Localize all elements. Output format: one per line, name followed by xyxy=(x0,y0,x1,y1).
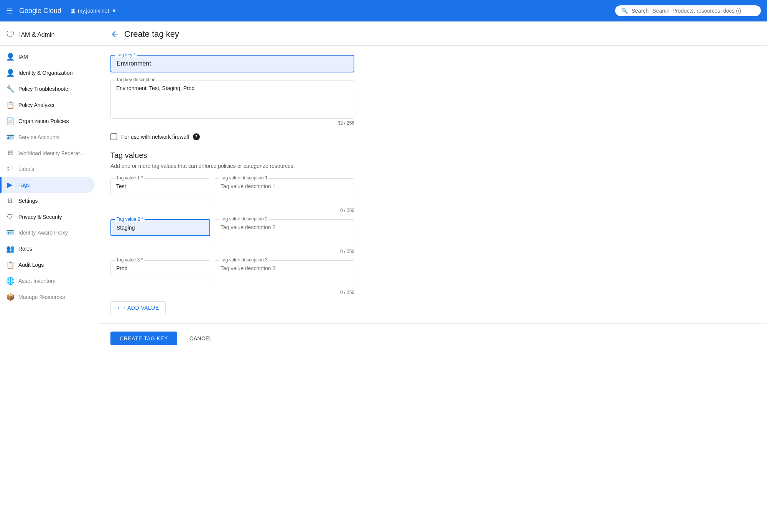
tag-value-desc-label-1: Tag value description 1 xyxy=(219,175,269,181)
tag-value-field-3: Tag value 3 * xyxy=(110,260,210,276)
sidebar-item-organization-policies[interactable]: 📄 Organization Policies xyxy=(0,113,95,129)
iam-icon: 👤 xyxy=(6,53,14,61)
tag-value-input-1[interactable] xyxy=(116,183,204,189)
tag-value-input-2[interactable] xyxy=(117,225,204,231)
main-content: Create tag key Tag key * Tag key descrip… xyxy=(98,21,767,532)
sidebar-item-label: Service Accounts xyxy=(18,134,59,140)
bottom-actions: CREATE TAG KEY CANCEL xyxy=(98,323,767,353)
org-policies-icon: 📄 xyxy=(6,117,14,125)
tag-value-3-char-count: 0 / 256 xyxy=(215,290,354,295)
sidebar-item-label: Organization Policies xyxy=(18,118,69,124)
sidebar-item-label: Identity-Aware Proxy xyxy=(18,230,68,236)
sidebar-item-settings[interactable]: ⚙ Settings xyxy=(0,193,95,209)
tag-desc-input[interactable]: Environment: Test, Staging, Prod xyxy=(116,85,349,113)
tag-value-row-2: Tag value 2 * Tag value description 2 0 … xyxy=(110,219,354,254)
tag-value-label-3: Tag value 3 * xyxy=(115,257,144,263)
tag-key-label: Tag key * xyxy=(115,52,137,57)
tag-key-input[interactable] xyxy=(117,60,348,67)
top-navigation: ☰ Google Cloud ▦ my.joonix.net ▼ 🔍 Searc… xyxy=(0,0,767,21)
sidebar-item-label: Policy Troubleshooter xyxy=(18,86,70,92)
tag-values-section-desc: Add one or more tag values that can enfo… xyxy=(110,163,354,169)
sidebar-item-iam[interactable]: 👤 IAM xyxy=(0,49,95,65)
page-header: Create tag key xyxy=(98,21,767,46)
sidebar-item-policy-troubleshooter[interactable]: 🔧 Policy Troubleshooter xyxy=(0,81,95,97)
tag-value-field-2: Tag value 2 * xyxy=(110,219,210,236)
tags-icon: ▶ xyxy=(6,181,14,189)
add-value-label: + ADD VALUE xyxy=(123,305,159,311)
tag-key-desc-field: Tag key description Environment: Test, S… xyxy=(110,80,354,126)
network-firewall-checkbox[interactable] xyxy=(110,133,117,140)
create-tag-key-button[interactable]: CREATE TAG KEY xyxy=(110,332,177,345)
audit-logs-icon: 📋 xyxy=(6,261,14,269)
tag-value-desc-label-3: Tag value description 3 xyxy=(219,257,269,263)
sidebar-header: 🛡 IAM & Admin xyxy=(0,25,98,46)
project-selector[interactable]: ▦ my.joonix.net ▼ xyxy=(71,8,117,14)
privacy-security-icon: 🛡 xyxy=(6,213,14,221)
tag-value-input-col-3: Tag value 3 * xyxy=(110,260,210,276)
tag-value-label-2: Tag value 2 * xyxy=(115,217,145,222)
tag-value-desc-label-2: Tag value description 2 xyxy=(219,216,269,222)
tag-value-desc-field-2: Tag value description 2 xyxy=(215,219,354,247)
sidebar-item-label: Policy Analyzer xyxy=(18,102,55,108)
sidebar: 🛡 IAM & Admin 👤 IAM 👤 Identity & Organiz… xyxy=(0,21,98,532)
tag-value-desc-col-3: Tag value description 3 0 / 256 xyxy=(215,260,354,295)
sidebar-item-manage-resources[interactable]: 📦 Manage Resources xyxy=(0,289,95,305)
tag-value-label-1: Tag value 1 * xyxy=(115,175,144,181)
policy-analyzer-icon: 📋 xyxy=(6,101,14,109)
tag-value-1-char-count: 0 / 256 xyxy=(215,208,354,213)
google-cloud-logo: Google Cloud xyxy=(19,7,61,15)
tag-value-desc-col-2: Tag value description 2 0 / 256 xyxy=(215,219,354,254)
workload-identity-icon: 🖥 xyxy=(6,149,14,157)
sidebar-item-label: Manage Resources xyxy=(18,294,65,300)
tag-value-2-char-count: 0 / 256 xyxy=(215,249,354,254)
sidebar-item-audit-logs[interactable]: 📋 Audit Logs xyxy=(0,257,95,273)
sidebar-item-label: Tags xyxy=(18,182,30,188)
tag-value-desc-input-1[interactable] xyxy=(221,183,349,200)
logo-text: Google Cloud xyxy=(19,7,61,15)
cancel-button[interactable]: CANCEL xyxy=(183,332,219,345)
tag-value-desc-field-1: Tag value description 1 xyxy=(215,178,354,206)
search-bar[interactable]: 🔍 Search xyxy=(615,5,761,16)
sidebar-item-label: Asset Inventory xyxy=(18,278,56,284)
sidebar-item-roles[interactable]: 👥 Roles xyxy=(0,241,95,257)
tag-key-field: Tag key * xyxy=(110,55,354,72)
form-content: Tag key * Tag key description Environmen… xyxy=(98,46,367,323)
sidebar-item-service-accounts[interactable]: 🪪 Service Accounts xyxy=(0,129,95,145)
sidebar-item-label: Identity & Organization xyxy=(18,70,73,76)
tag-desc-char-count: 32 / 256 xyxy=(110,120,354,126)
project-name: my.joonix.net xyxy=(78,8,109,14)
asset-inventory-icon: 🌐 xyxy=(6,277,14,285)
tag-value-input-3[interactable] xyxy=(116,265,204,271)
chevron-down-icon: ▼ xyxy=(112,8,117,14)
network-firewall-label: For use with network firewall xyxy=(121,134,189,140)
sidebar-item-label: Workload Identity Federat... xyxy=(18,150,84,156)
sidebar-item-label: Settings xyxy=(18,198,38,204)
sidebar-item-label: Roles xyxy=(18,246,32,252)
sidebar-item-workload-identity[interactable]: 🖥 Workload Identity Federat... xyxy=(0,145,95,161)
sidebar-item-privacy-security[interactable]: 🛡 Privacy & Security xyxy=(0,209,95,225)
sidebar-item-identity-aware-proxy[interactable]: 🪪 Identity-Aware Proxy xyxy=(0,225,95,241)
help-icon[interactable]: ? xyxy=(193,133,200,140)
identity-org-icon: 👤 xyxy=(6,69,14,77)
sidebar-item-labels[interactable]: 🏷 Labels xyxy=(0,161,95,177)
search-icon: 🔍 xyxy=(621,8,628,14)
add-value-button[interactable]: + + ADD VALUE xyxy=(110,301,166,314)
tag-value-desc-input-3[interactable] xyxy=(221,265,349,282)
settings-icon: ⚙ xyxy=(6,197,14,205)
back-button[interactable] xyxy=(110,30,120,39)
menu-icon[interactable]: ☰ xyxy=(6,6,13,15)
sidebar-header-label: IAM & Admin xyxy=(19,31,54,38)
tag-value-row-1: Tag value 1 * Tag value description 1 0 … xyxy=(110,178,354,213)
add-value-plus-icon: + xyxy=(117,305,120,311)
tag-value-desc-col-1: Tag value description 1 0 / 256 xyxy=(215,178,354,213)
sidebar-item-asset-inventory[interactable]: 🌐 Asset Inventory xyxy=(0,273,95,289)
sidebar-item-tags[interactable]: ▶ Tags xyxy=(0,177,95,193)
sidebar-item-policy-analyzer[interactable]: 📋 Policy Analyzer xyxy=(0,97,95,113)
sidebar-item-identity-org[interactable]: 👤 Identity & Organization xyxy=(0,65,95,81)
tag-value-desc-input-2[interactable] xyxy=(221,224,349,241)
network-firewall-checkbox-row: For use with network firewall ? xyxy=(110,133,354,140)
sidebar-item-label: IAM xyxy=(18,54,28,60)
search-label: Search xyxy=(632,8,648,14)
search-input[interactable] xyxy=(652,8,755,14)
sidebar-item-label: Privacy & Security xyxy=(18,214,62,220)
